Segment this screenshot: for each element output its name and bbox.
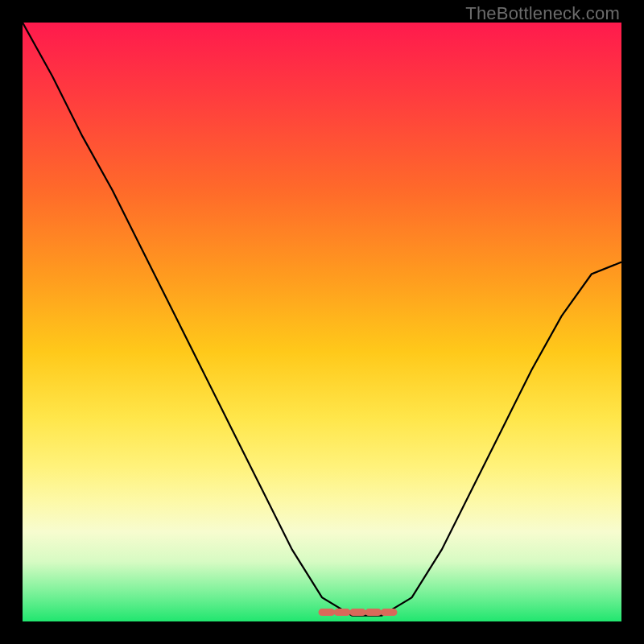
bottleneck-curve [23,23,621,616]
curve-layer [23,23,621,621]
gradient-plot-area [23,23,621,621]
chart-frame: TheBottleneck.com [0,0,644,644]
watermark-text: TheBottleneck.com [465,3,620,24]
